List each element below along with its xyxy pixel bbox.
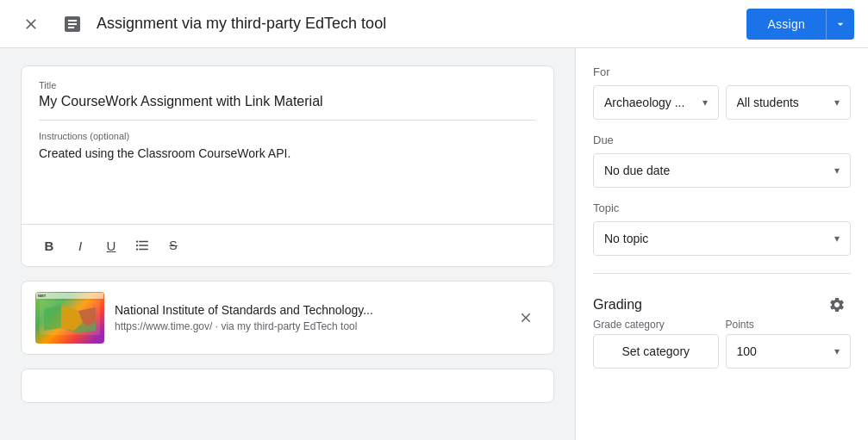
doc-icon <box>55 7 90 41</box>
due-date-value: No due date <box>604 164 670 177</box>
due-label: Due <box>593 133 851 146</box>
header-actions: Assign <box>746 9 854 40</box>
grading-title: Grading <box>593 297 642 313</box>
formatting-toolbar: B I U S <box>22 224 553 266</box>
close-button[interactable] <box>14 7 48 41</box>
class-dropdown-arrow: ▾ <box>703 96 708 108</box>
italic-button[interactable]: I <box>66 232 94 259</box>
for-section: For Archaeology ... ▾ All students ▾ <box>593 65 851 120</box>
grading-section: Grading Grade category Set category Poin… <box>593 291 851 369</box>
points-label: Points <box>726 319 852 331</box>
for-selects: Archaeology ... ▾ All students ▾ <box>593 85 851 120</box>
points-col: Points 100 ▾ <box>726 319 852 369</box>
link-info: National Institute of Standards and Tech… <box>115 303 502 332</box>
left-panel: Title Instructions (optional) Created us… <box>0 48 575 440</box>
link-title: National Institute of Standards and Tech… <box>115 303 502 317</box>
due-section: Due No due date ▾ <box>593 133 851 188</box>
for-label: For <box>593 65 851 78</box>
map-image: NIST <box>35 292 104 344</box>
instructions-text: Created using the Classroom CourseWork A… <box>39 146 536 160</box>
set-category-button[interactable]: Set category <box>593 334 719 369</box>
section-divider <box>593 273 851 274</box>
topic-dropdown[interactable]: No topic ▾ <box>593 221 851 256</box>
topic-section: Topic No topic ▾ <box>593 201 851 256</box>
grade-category-label: Grade category <box>593 319 719 331</box>
title-input[interactable] <box>39 94 536 109</box>
class-dropdown[interactable]: Archaeology ... ▾ <box>593 85 719 120</box>
title-section: Title <box>22 66 553 120</box>
grade-category-col: Grade category Set category <box>593 319 719 369</box>
topic-dropdown-arrow: ▾ <box>834 232 840 245</box>
right-panel: For Archaeology ... ▾ All students ▾ Due… <box>575 48 868 440</box>
due-dropdown-arrow: ▾ <box>834 164 840 177</box>
link-thumbnail: NIST <box>35 292 104 344</box>
link-remove-button[interactable] <box>512 304 540 332</box>
bold-button[interactable]: B <box>35 232 63 259</box>
grading-row: Grade category Set category Points 100 ▾ <box>593 319 851 369</box>
underline-button[interactable]: U <box>97 232 125 259</box>
points-dropdown[interactable]: 100 ▾ <box>726 334 852 369</box>
points-value: 100 <box>737 344 757 358</box>
grading-settings-button[interactable] <box>823 291 851 319</box>
assignment-card: Title Instructions (optional) Created us… <box>21 65 554 267</box>
title-label: Title <box>39 80 536 90</box>
due-date-dropdown[interactable]: No due date ▾ <box>593 153 851 188</box>
points-dropdown-arrow: ▾ <box>834 345 840 357</box>
main-content: Title Instructions (optional) Created us… <box>0 48 868 440</box>
page-title: Assignment via my third-party EdTech too… <box>97 15 746 33</box>
class-value: Archaeology ... <box>604 96 696 109</box>
assign-button[interactable]: Assign <box>746 9 826 40</box>
link-url: https://www.time.gov/ · via my third-par… <box>115 320 502 332</box>
list-button[interactable] <box>128 232 156 259</box>
students-value: All students <box>737 96 828 109</box>
grading-header: Grading <box>593 291 851 319</box>
assign-dropdown-button[interactable] <box>826 9 854 40</box>
bottom-placeholder-card <box>21 369 554 403</box>
students-dropdown-arrow: ▾ <box>834 96 840 108</box>
topic-label: Topic <box>593 201 851 214</box>
students-dropdown[interactable]: All students ▾ <box>726 85 852 120</box>
instructions-section[interactable]: Instructions (optional) Created using th… <box>22 121 553 224</box>
instructions-label: Instructions (optional) <box>39 131 536 141</box>
link-attachment-card: NIST National Institute of Standards and… <box>21 281 554 355</box>
header: Assignment via my third-party EdTech too… <box>0 0 868 48</box>
strikethrough-button[interactable]: S <box>159 232 187 259</box>
topic-value: No topic <box>604 232 648 245</box>
